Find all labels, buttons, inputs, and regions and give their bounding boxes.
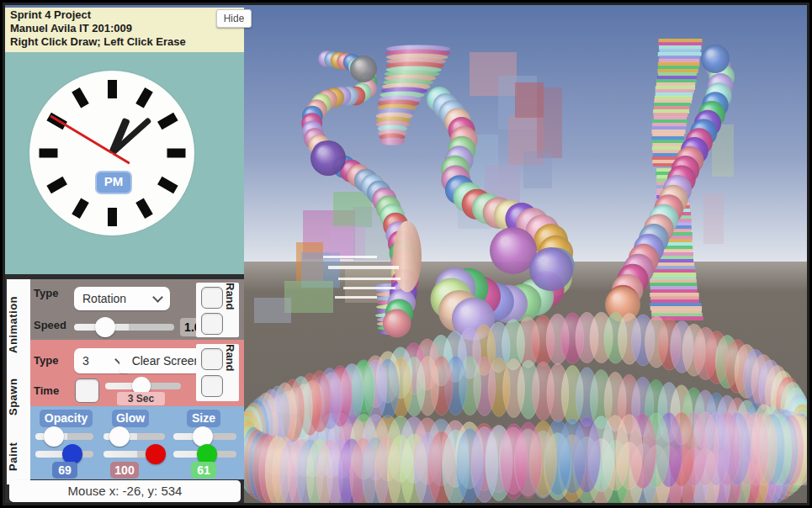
mouse-status-bar: Mouse x: -26, y: 534: [9, 480, 241, 502]
speed-slider-track[interactable]: [74, 324, 174, 331]
analog-clock: PM: [29, 71, 194, 235]
paint-section: Opacity Glow Size 69 100 61: [30, 406, 244, 479]
spawn-rand-checkbox-2[interactable]: [201, 375, 223, 397]
clock-second-hand: [50, 114, 113, 154]
animation-type-label: Type: [34, 287, 58, 299]
control-panel: Animation Spawn Paint Type Rotation Spee…: [4, 274, 244, 508]
project-title: Sprint 4 Project: [10, 8, 244, 22]
tab-paint: Paint: [7, 429, 30, 484]
clock-second-hand-tail: [111, 152, 130, 165]
chevron-down-icon: [152, 292, 163, 303]
tab-spawn: Spawn: [7, 365, 30, 429]
size-label-badge: Size: [187, 410, 220, 427]
spawn-rand-checkbox-1[interactable]: [201, 348, 223, 370]
clock-panel: PM: [4, 52, 244, 274]
animation-speed-label: Speed: [34, 319, 66, 331]
glow-label-badge: Glow: [112, 410, 149, 427]
speed-slider-handle[interactable]: [95, 317, 115, 337]
spawn-type-value: 3: [82, 354, 89, 368]
animation-rand-checkbox-2[interactable]: [201, 313, 223, 335]
glow-color-handle[interactable]: [146, 444, 166, 464]
time-value: 3 Sec: [117, 392, 165, 405]
spawn-time-label: Time: [34, 384, 59, 397]
instructions-line: Right Click Draw; Left Click Erase: [10, 35, 244, 49]
opacity-slider-handle[interactable]: [44, 426, 64, 447]
spawn-rand-label: Rand: [224, 344, 236, 401]
header-panel: Sprint 4 Project Manuel Avila IT 201:009…: [4, 8, 244, 52]
spawn-rand-group: Rand: [196, 344, 239, 401]
animation-type-value: Rotation: [82, 292, 126, 305]
size-value-badge: 61: [191, 462, 216, 479]
animation-rand-checkbox-1[interactable]: [201, 287, 223, 309]
animation-rand-label: Rand: [224, 283, 236, 337]
app-window: Sprint 4 Project Manuel Avila IT 201:009…: [0, 0, 812, 508]
tab-animation: Animation: [7, 284, 30, 365]
section-tab-strip: Animation Spawn Paint: [7, 279, 30, 484]
hide-button[interactable]: Hide: [216, 9, 252, 28]
animation-type-dropdown[interactable]: Rotation: [74, 287, 170, 310]
animation-rand-group: Rand: [196, 283, 239, 337]
opacity-value-badge: 69: [52, 462, 77, 479]
size-slider-handle[interactable]: [193, 426, 213, 447]
spawn-section: Type 3 Clear Screen Time 3 Sec Rand: [30, 340, 244, 406]
author-line: Manuel Avila IT 201:009: [10, 22, 244, 35]
spawn-time-checkbox[interactable]: [75, 378, 99, 403]
am-pm-badge: PM: [95, 171, 132, 194]
glow-slider-handle[interactable]: [109, 426, 130, 447]
animation-section: Type Rotation Speed 1.0X Rand: [30, 279, 244, 340]
spawn-type-label: Type: [34, 354, 58, 367]
opacity-label-badge: Opacity: [40, 410, 93, 427]
glow-value-badge: 100: [110, 462, 139, 479]
